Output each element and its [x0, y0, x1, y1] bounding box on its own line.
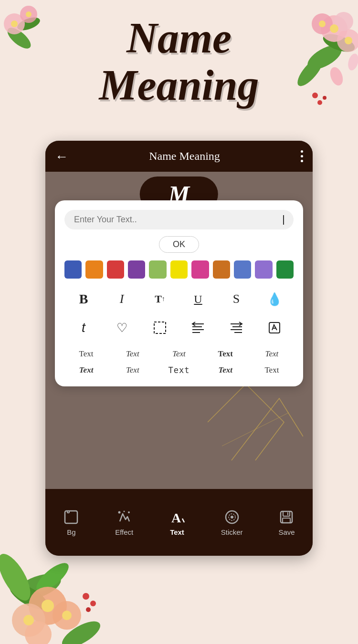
color-orange[interactable]: [85, 260, 103, 279]
font-option-8[interactable]: Text: [157, 364, 200, 377]
color-blue-light[interactable]: [234, 260, 251, 279]
title-line1: Name: [0, 14, 358, 62]
back-button[interactable]: ←: [55, 149, 68, 164]
font-option-10[interactable]: Text: [250, 364, 294, 377]
color-palette: [64, 260, 294, 279]
save-icon: [278, 509, 295, 525]
dot3: [301, 160, 303, 162]
font-option-6[interactable]: Text: [64, 364, 108, 377]
dot2: [301, 155, 303, 157]
toolbar-save[interactable]: Save: [278, 509, 295, 536]
svg-point-28: [42, 600, 54, 612]
toolbar-sticker[interactable]: Sticker: [221, 509, 243, 536]
italic-button[interactable]: I: [110, 287, 134, 311]
text-cursor: [283, 215, 284, 225]
toolbar-effect-label: Effect: [115, 528, 133, 536]
toolbar-effect[interactable]: Effect: [115, 509, 133, 536]
border-button[interactable]: [148, 316, 172, 340]
color-pink[interactable]: [191, 260, 209, 279]
sticker-icon: [224, 509, 240, 525]
effect-icon: [116, 509, 132, 525]
color-red[interactable]: [107, 260, 124, 279]
svg-rect-48: [65, 511, 77, 523]
svg-point-34: [90, 601, 96, 606]
more-menu-button[interactable]: [301, 150, 303, 162]
toolbar-sticker-label: Sticker: [221, 528, 243, 536]
format-row-2: t ♡: [64, 316, 294, 340]
edit-button[interactable]: [263, 316, 286, 340]
bottom-toolbar: Bg Effect A Text: [45, 489, 313, 556]
gold-lines: [208, 374, 303, 470]
title-line2: Meaning: [0, 62, 358, 109]
color-green[interactable]: [276, 260, 294, 279]
font-option-4[interactable]: Text: [204, 347, 247, 361]
svg-point-33: [83, 593, 89, 600]
svg-point-29: [23, 615, 34, 625]
toolbar-text[interactable]: A Text: [169, 509, 185, 536]
format-row-1: B I T↑ U S 💧: [64, 287, 294, 311]
align-right-button[interactable]: [224, 316, 248, 340]
text-input[interactable]: [74, 215, 283, 225]
font-styles-grid: Text Text Text Text Text Text Text Text …: [64, 347, 294, 377]
svg-rect-49: [67, 511, 69, 513]
svg-rect-59: [283, 511, 290, 516]
ok-button[interactable]: OK: [159, 236, 199, 253]
bg-icon: [63, 509, 79, 525]
svg-point-57: [231, 516, 233, 519]
font-t-button[interactable]: t: [72, 316, 95, 340]
toolbar-text-label: Text: [170, 528, 184, 536]
svg-point-35: [86, 607, 91, 612]
font-option-5[interactable]: Text: [250, 347, 294, 361]
svg-point-51: [128, 511, 130, 513]
svg-text:A: A: [171, 510, 181, 525]
font-option-7[interactable]: Text: [111, 364, 154, 377]
font-option-1[interactable]: Text: [64, 347, 108, 361]
toolbar-save-label: Save: [278, 528, 295, 536]
svg-line-54: [182, 519, 184, 522]
phone-frame: ← Name Meaning M OK: [45, 141, 313, 556]
svg-point-50: [118, 511, 121, 513]
svg-rect-37: [154, 322, 166, 333]
color-blue[interactable]: [64, 260, 82, 279]
ok-button-wrapper: OK: [64, 236, 294, 253]
color-brown[interactable]: [213, 260, 230, 279]
color-purple[interactable]: [128, 260, 145, 279]
canvas-area: M OK: [45, 172, 313, 489]
color-yellow[interactable]: [170, 260, 188, 279]
text-popup: OK B I T↑ U S: [55, 200, 303, 386]
strikethrough-button[interactable]: S: [224, 287, 248, 311]
text-icon: A: [169, 509, 185, 525]
topbar-title: Name Meaning: [149, 150, 220, 163]
svg-rect-60: [283, 518, 290, 523]
dot1: [301, 150, 303, 153]
top-bar: ← Name Meaning: [45, 141, 313, 172]
align-left-button[interactable]: [186, 316, 210, 340]
font-option-2[interactable]: Text: [111, 347, 154, 361]
bold-button[interactable]: B: [72, 287, 95, 311]
underline-button[interactable]: U: [186, 287, 210, 311]
svg-point-30: [62, 611, 72, 620]
color-lavender[interactable]: [255, 260, 272, 279]
color-green-light[interactable]: [149, 260, 166, 279]
toolbar-bg-label: Bg: [67, 528, 75, 536]
size-button[interactable]: T↑: [148, 287, 172, 311]
text-input-wrapper[interactable]: [64, 210, 294, 229]
font-option-3[interactable]: Text: [157, 347, 200, 361]
toolbar-bg[interactable]: Bg: [63, 509, 79, 536]
font-option-9[interactable]: Text: [204, 364, 247, 377]
svg-point-52: [124, 510, 125, 512]
app-title: Name Meaning: [0, 14, 358, 109]
color-dropper-button[interactable]: 💧: [263, 287, 286, 311]
heart-button[interactable]: ♡: [110, 316, 134, 340]
